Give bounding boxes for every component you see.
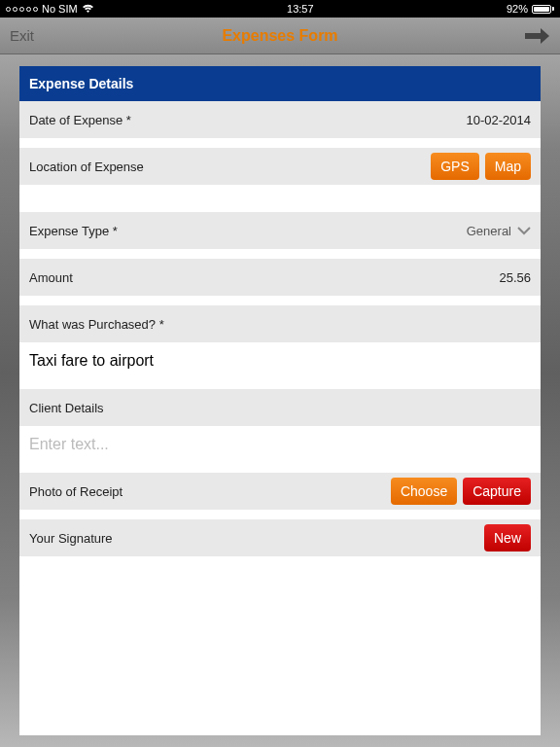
page-title: Expenses Form xyxy=(222,27,337,45)
battery-pct: 92% xyxy=(507,3,528,15)
amount-value: 25.56 xyxy=(499,270,531,285)
expense-type-value: General xyxy=(467,224,511,238)
client-label: Client Details xyxy=(29,401,104,415)
purchased-label-row: What was Purchased? * xyxy=(19,305,541,342)
new-signature-button[interactable]: New xyxy=(484,524,531,551)
location-label: Location of Expense xyxy=(29,160,144,174)
expense-type-row[interactable]: Expense Type * General xyxy=(19,212,541,249)
form-container: Expense Details Date of Expense * 10-02-… xyxy=(19,66,541,735)
date-value: 10-02-2014 xyxy=(467,113,532,127)
client-input[interactable]: Enter text... xyxy=(19,426,541,463)
location-value-area xyxy=(19,185,541,202)
date-label: Date of Expense * xyxy=(29,113,131,127)
gps-button[interactable]: GPS xyxy=(431,153,479,180)
photo-label: Photo of Receipt xyxy=(29,484,122,499)
purchased-input[interactable]: Taxi fare to airport xyxy=(19,342,541,379)
purchased-label: What was Purchased? * xyxy=(29,317,164,332)
client-placeholder: Enter text... xyxy=(29,436,109,452)
battery-icon xyxy=(532,5,554,14)
date-row[interactable]: Date of Expense * 10-02-2014 xyxy=(19,101,541,138)
expense-type-label: Expense Type * xyxy=(29,224,118,238)
status-bar: No SIM 13:57 92% xyxy=(0,0,560,18)
wifi-icon xyxy=(82,4,94,14)
signature-label: Your Signature xyxy=(29,531,113,546)
client-label-row: Client Details xyxy=(19,389,541,426)
amount-label: Amount xyxy=(29,270,73,285)
amount-row[interactable]: Amount 25.56 xyxy=(19,259,541,296)
section-header: Expense Details xyxy=(19,66,541,101)
choose-button[interactable]: Choose xyxy=(391,478,457,505)
location-row: Location of Expense GPS Map xyxy=(19,148,541,185)
map-button[interactable]: Map xyxy=(485,153,531,180)
purchased-value: Taxi fare to airport xyxy=(29,352,154,369)
signature-row: Your Signature New xyxy=(19,519,541,556)
chevron-down-icon xyxy=(517,226,531,235)
status-time: 13:57 xyxy=(287,3,314,15)
photo-row: Photo of Receipt Choose Capture xyxy=(19,473,541,510)
capture-button[interactable]: Capture xyxy=(463,478,531,505)
next-arrow-icon[interactable] xyxy=(523,27,550,45)
carrier-label: No SIM xyxy=(42,3,78,15)
exit-button[interactable]: Exit xyxy=(10,27,34,44)
signal-icon xyxy=(6,7,38,12)
nav-bar: Exit Expenses Form xyxy=(0,18,560,54)
